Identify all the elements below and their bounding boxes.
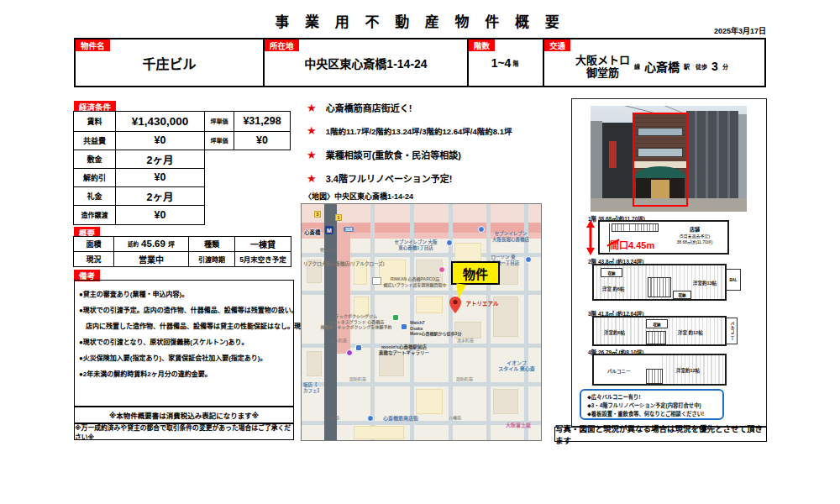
map-shinsaibashisuji-zone: [337, 223, 350, 354]
route-shield: 308: [344, 227, 354, 232]
star-icon: ★: [307, 102, 317, 114]
photo-building-far-left: [591, 121, 602, 198]
poi-label: テックボクシングジム ミットネスグランド 心斎橋店 格闘技・キックボクシングを体…: [306, 313, 407, 330]
poi-label: セブンイレブン 大阪長堀心斎橋店: [485, 231, 537, 242]
poi-label: アトリエアル: [463, 302, 501, 307]
remark-line: ●2年未満の解約時賃料2ヶ月分の違約金要。: [79, 366, 289, 382]
photo-red-sign: [609, 141, 617, 168]
room-label: 洋室約13帖: [693, 280, 717, 286]
station-label: 心斎橋: [304, 228, 321, 236]
plan-note: ◆3・4階フルリノベーション予定(内容打合せ中): [587, 402, 717, 410]
street-name: 周防町筋: [456, 375, 473, 381]
poi-label: リアクロ大阪心斎橋店(リアルクローズ): [303, 261, 406, 267]
convenience-store-icon: [478, 226, 485, 233]
street-name: 八幡筋: [449, 414, 461, 420]
street-name: 八幡筋: [327, 414, 339, 420]
location-map: 心斎橋 M 308 3 1 鰻谷北通 清水町筋 清水町筋 周防町筋 周防町筋 八…: [301, 203, 542, 441]
route-badge: 1: [335, 214, 342, 221]
poi-label: Watch7 Osaka Metro心斎橋駅から徒歩3分: [410, 320, 465, 337]
property-name: 千庄ビル: [142, 53, 196, 73]
floors-label: 階数: [469, 39, 495, 51]
plan-notes-box: ◆広々バルコニー有り! ◆3・4階フルリノベーション予定(内容打合せ中) ◆看板…: [580, 389, 724, 420]
room-label: 洋室約12帖: [676, 367, 700, 374]
stairs: [646, 331, 666, 344]
property-name-label: 物件名: [76, 39, 110, 51]
remark-line: ●貸主の審査あり(業種・申込内容)。: [79, 286, 289, 302]
remark-line: 店内に残置した造作物、什器備品、設備等は貸主の性能保証はなし。現地要確認。: [79, 318, 289, 334]
map-block: [307, 351, 322, 376]
disclaimer-bar: 写真・図面と現況が異なる場合は現況を優先とさせて頂きます: [554, 427, 767, 442]
shopping-icon: [438, 266, 445, 273]
remark-line: ●火災保険加入要(指定あり)、家賃保証会社加入要(指定あり)。: [79, 350, 289, 366]
table-row: 礼金 2ヶ月: [74, 187, 294, 206]
stairs: [646, 369, 663, 384]
balcony-label: バルコニー: [607, 368, 630, 375]
photo-building-right: [686, 111, 738, 198]
street-name: 清水町筋: [330, 337, 347, 343]
stairs: [648, 277, 671, 297]
walk-minutes: 3: [711, 60, 718, 73]
poi-label: mooin's心斎橋駅前店 素敵なアートギャラリー: [365, 344, 443, 355]
floor2-plan: 収納 洋室 約6帖 収納 洋室約13帖: [592, 264, 727, 301]
floors-unit: 階: [512, 59, 518, 67]
table-row: 賃料 ¥1,430,000 坪単価 ¥31,298: [74, 112, 294, 132]
map-caption: 〈地図〉中央区東心斎橋1-14-24: [304, 191, 413, 202]
map-pin-icon: [449, 297, 461, 313]
floor3-plan: 洋室約6帖 収納 洋室 約12帖: [592, 316, 727, 346]
map-block: [416, 389, 443, 414]
metro-logo-icon: M: [325, 226, 333, 234]
room-label: 洋室約6帖: [604, 329, 625, 336]
poi-icon: [346, 349, 353, 356]
table-row: 共益費 ¥0 坪単価 ¥0: [74, 132, 294, 150]
entry-strip: [601, 223, 610, 252]
transport-cell: 交通 大阪メトロ 御堂筋 線 心斎橋 駅 徒歩 3 分: [544, 39, 761, 86]
table-row: 面積 延約 45.69 坪 種類 一棟貸: [74, 237, 294, 252]
star-icon: ★: [307, 172, 317, 185]
map-block: [354, 426, 404, 439]
table-row: 解約引 ¥0: [74, 169, 294, 187]
street-name: 鰻谷北通: [320, 246, 337, 252]
change-note: ※万一成約済みや貸主の都合で取引条件の変更があった場合はご了承ください※: [74, 423, 294, 440]
store-sub: (5月末退去予定): [662, 233, 727, 239]
poi-label: セブンイレブン 大阪 東心斎橋1丁目店: [386, 239, 446, 250]
photo-building-left: [602, 123, 634, 198]
room-label: 洋室 約6帖: [602, 286, 625, 292]
economic-table: 賃料 ¥1,430,000 坪単価 ¥31,298 共益費 ¥0 坪単価 ¥0 …: [74, 112, 294, 225]
document-date: 2025年3月17日: [714, 25, 766, 36]
closet: 収納: [601, 268, 622, 277]
highlight-item: ★ 心斎橋筋商店街近く!: [307, 101, 412, 114]
gallery-icon: [355, 344, 362, 351]
poi-label: RINKAN 心斎橋PARCO店 幅広いブランド品を超高額買取中: [370, 276, 459, 287]
property-flyer: 事 業 用 不 動 産 物 件 概 要 2025年3月17日 物件名 千庄ビル …: [0, 0, 840, 504]
line-name-2: 御堂筋: [586, 66, 619, 79]
map-street: [302, 382, 542, 386]
poi-label: 大阪富士屋: [495, 423, 542, 428]
table-row: 敷金 2ヶ月: [74, 150, 294, 169]
address-label: 所在地: [265, 39, 299, 51]
floor4-plan: バルコニー 洋室約12帖: [592, 354, 727, 386]
address-cell: 所在地 中央区東心斎橋1-14-24: [265, 39, 469, 86]
floors-cell: 階数 1~4 階: [469, 39, 544, 86]
highlight-item: ★ 3.4階フルリノベーション予定!: [307, 171, 452, 185]
area-value: 延約 45.69 坪: [113, 236, 189, 253]
floors-value: 1~4: [491, 56, 512, 70]
line-suffix: 線: [634, 62, 640, 71]
remark-line: ●現状での引渡予定。店内の造作物、什器備品、設備等は残置物の扱い。: [79, 302, 289, 318]
photo-highlight-frame: [633, 113, 688, 207]
closet: 収納: [673, 291, 691, 299]
stairs: [612, 223, 659, 232]
poi-label: 坂店【 カフェ】: [303, 382, 328, 393]
star-icon: ★: [307, 124, 317, 137]
station-suffix: 駅: [684, 62, 690, 71]
store-size: 38.68㎡(約11.70坪): [662, 239, 727, 244]
remark-line: ●現状での引渡となり、原状回復義務(スケルトン)あり。: [79, 334, 289, 350]
closet: 収納: [646, 319, 668, 328]
building-photo: [591, 106, 747, 212]
property-marker-callout: 物件: [451, 261, 500, 285]
map-block: [493, 389, 518, 414]
store-area: 店舗 (5月末退去予定) 38.68㎡(約11.70坪): [662, 225, 727, 244]
highlight-item: ★ 業種相談可(重飲食・民泊等相談): [307, 148, 461, 161]
summary-table: 面積 延約 45.69 坪 種類 一棟貸 現況 営業中 引渡時期 5月末空き予定: [74, 237, 294, 267]
balcony-bal: BAL: [727, 269, 741, 291]
plan-note: ◆広々バルコニー有り!: [587, 393, 717, 402]
